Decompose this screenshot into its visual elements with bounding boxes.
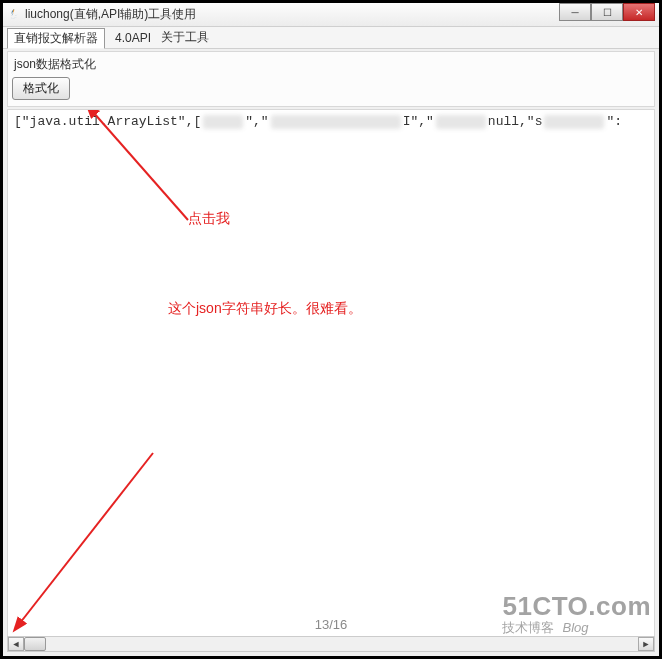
java-icon — [7, 8, 21, 22]
scroll-thumb[interactable] — [24, 637, 46, 651]
close-button[interactable]: ✕ — [623, 3, 655, 21]
scroll-right-button[interactable]: ► — [638, 637, 654, 651]
code-seg-prefix: ["java.util.ArrayList",[ — [14, 114, 201, 129]
page-indicator: 13/16 — [3, 617, 659, 632]
content-area: ["java.util.ArrayList",[ "," I"," null,"… — [7, 109, 655, 652]
code-seg-tail: ": — [606, 114, 622, 129]
blurred-text — [203, 115, 243, 129]
blurred-text — [271, 115, 401, 129]
maximize-button[interactable]: ☐ — [591, 3, 623, 21]
app-window: liuchong(直销,API辅助)工具使用 ─ ☐ ✕ 直销报文解析器 4.0… — [3, 3, 659, 656]
titlebar: liuchong(直销,API辅助)工具使用 ─ ☐ ✕ — [3, 3, 659, 27]
menu-40api[interactable]: 4.0API — [115, 31, 151, 45]
menu-about[interactable]: 关于工具 — [161, 29, 209, 46]
blurred-text — [544, 115, 604, 129]
annotation-arrow-2 — [8, 445, 168, 635]
scroll-left-button[interactable]: ◄ — [8, 637, 24, 651]
blurred-text — [436, 115, 486, 129]
horizontal-scrollbar[interactable]: ◄ ► — [7, 636, 655, 652]
code-seg-mid2: I"," — [403, 114, 434, 129]
format-button[interactable]: 格式化 — [12, 77, 70, 100]
minimize-button[interactable]: ─ — [559, 3, 591, 21]
code-seg-mid1: "," — [245, 114, 268, 129]
scroll-track[interactable] — [24, 637, 638, 651]
tab-parser[interactable]: 直销报文解析器 — [7, 28, 105, 49]
menubar: 直销报文解析器 4.0API 关于工具 — [3, 27, 659, 49]
window-title: liuchong(直销,API辅助)工具使用 — [25, 6, 196, 23]
svg-line-1 — [20, 453, 153, 623]
json-format-section: json数据格式化 格式化 — [7, 51, 655, 107]
code-seg-mid3: null,"s — [488, 114, 543, 129]
annotation-long-json: 这个json字符串好长。很难看。 — [168, 300, 362, 318]
annotation-click-me: 点击我 — [188, 210, 230, 228]
window-controls: ─ ☐ ✕ — [559, 3, 655, 26]
section-title: json数据格式化 — [14, 56, 650, 73]
json-text[interactable]: ["java.util.ArrayList",[ "," I"," null,"… — [14, 114, 622, 129]
